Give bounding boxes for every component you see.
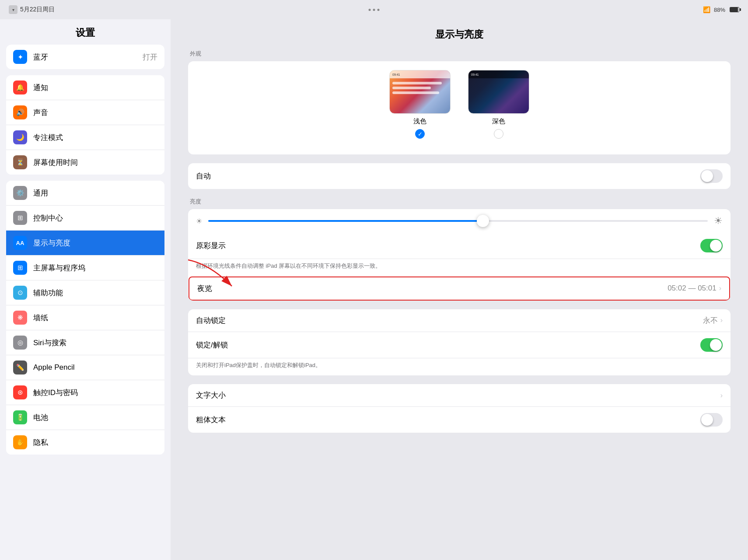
- auto-label: 自动: [196, 171, 700, 181]
- sidebar-item-touch-id[interactable]: ⊛ 触控ID与密码: [6, 380, 164, 405]
- brightness-slider-thumb: [477, 215, 489, 227]
- brightness-card: ☀ ☀ 原彩显示 根据环境光线条件自动调整 iPad 屏幕以在不同环境下保持色彩…: [188, 209, 731, 301]
- sidebar-item-siri[interactable]: ◎ Siri与搜索: [6, 330, 164, 355]
- sidebar-item-screen-time[interactable]: ⏳ 屏幕使用时间: [6, 150, 164, 175]
- sidebar-item-control-center[interactable]: ⊞ 控制中心: [6, 206, 164, 231]
- appearance-dark-radio[interactable]: [494, 129, 503, 139]
- sidebar-item-display[interactable]: AA 显示与亮度: [6, 231, 164, 256]
- window-control[interactable]: ▾: [9, 5, 17, 14]
- sidebar-item-notifications[interactable]: 🔔 通知: [6, 75, 164, 100]
- lock-unlock-sub: 关闭和打开iPad保护盖时，自动锁定和解锁iPad。: [188, 358, 731, 376]
- preview-line-2: [392, 87, 431, 89]
- auto-lock-value: 永不: [703, 315, 718, 326]
- lock-unlock-row: 锁定/解锁: [188, 332, 731, 358]
- sidebar-item-wallpaper[interactable]: ❋ 墙纸: [6, 305, 164, 330]
- battery-label: 电池: [33, 413, 48, 423]
- sidebar-item-privacy[interactable]: ✋ 隐私: [6, 430, 164, 455]
- general-label: 通用: [33, 188, 48, 198]
- auto-lock-row[interactable]: 自动锁定 永不 ›: [188, 309, 731, 332]
- brightness-slider-fill: [208, 220, 483, 222]
- brightness-high-icon: ☀: [714, 215, 723, 227]
- lock-unlock-toggle[interactable]: [700, 338, 723, 352]
- true-tone-knob: [710, 240, 722, 252]
- lock-card: 自动锁定 永不 › 锁定/解锁 关闭和打开iPad保护盖时，自动锁定和解锁iPa…: [188, 309, 731, 376]
- sidebar-section-1: ✦ 蓝牙 打开: [6, 45, 164, 69]
- night-shift-container: 夜览 05:02 — 05:01 › 1: [188, 276, 731, 301]
- brightness-low-icon: ☀: [196, 217, 202, 225]
- notifications-icon: 🔔: [13, 80, 27, 94]
- night-shift-chevron: ›: [719, 284, 721, 292]
- sidebar-item-apple-pencil[interactable]: ✏️ Apple Pencil: [6, 355, 164, 380]
- auto-toggle[interactable]: [700, 169, 723, 183]
- bluetooth-value: 打开: [143, 52, 157, 62]
- screen-time-label: 屏幕使用时间: [33, 158, 78, 168]
- sidebar-item-battery[interactable]: 🔋 电池: [6, 405, 164, 430]
- auto-row: 自动: [188, 163, 731, 189]
- true-tone-toggle[interactable]: [700, 239, 723, 252]
- sidebar-item-general[interactable]: ⚙️ 通用: [6, 181, 164, 206]
- bold-text-label: 粗体文本: [196, 415, 700, 425]
- date-label: 5月22日周日: [20, 6, 55, 14]
- lock-unlock-knob: [710, 339, 722, 351]
- preview-topbar-dark: 09:41: [468, 70, 529, 78]
- wallpaper-label: 墙纸: [33, 313, 48, 323]
- night-shift-row[interactable]: 夜览 05:02 — 05:01 ›: [189, 276, 730, 301]
- radio-check-light: ✓: [418, 131, 423, 137]
- dot1: [369, 9, 371, 11]
- appearance-preview-light: 09:41: [389, 70, 451, 114]
- siri-label: Siri与搜索: [33, 338, 66, 348]
- bold-text-toggle[interactable]: [700, 413, 723, 427]
- top-bar-left: ▾ 5月22日周日: [9, 5, 55, 14]
- text-card: 文字大小 › 粗体文本: [188, 384, 731, 433]
- general-icon: ⚙️: [13, 186, 27, 200]
- brightness-row: ☀ ☀: [188, 209, 731, 233]
- apple-pencil-label: Apple Pencil: [33, 363, 75, 372]
- sidebar-item-accessibility[interactable]: ⊙ 辅助功能: [6, 280, 164, 305]
- appearance-option-dark[interactable]: 09:41 深色: [468, 70, 529, 139]
- appearance-dark-label: 深色: [492, 117, 505, 126]
- auto-card: 自动: [188, 163, 731, 189]
- sidebar-section-3: ⚙️ 通用 ⊞ 控制中心 AA 显示与亮度 ⊞ 主屏幕与程序坞: [6, 181, 164, 455]
- night-shift-label: 夜览: [197, 284, 668, 294]
- preview-line-3: [392, 91, 439, 94]
- battery-menu-icon: 🔋: [13, 410, 27, 424]
- accessibility-label: 辅助功能: [33, 288, 63, 298]
- text-size-row[interactable]: 文字大小 ›: [188, 384, 731, 407]
- notifications-label: 通知: [33, 83, 48, 93]
- right-panel-inner: 显示与亮度 外观 09:41: [188, 28, 731, 433]
- sidebar-item-home-screen[interactable]: ⊞ 主屏幕与程序坞: [6, 256, 164, 280]
- true-tone-label: 原彩显示: [196, 241, 700, 251]
- main-content: 设置 ✦ 蓝牙 打开 🔔 通知 🔊 声音: [0, 19, 748, 560]
- touch-id-icon: ⊛: [13, 385, 27, 399]
- control-center-label: 控制中心: [33, 213, 63, 223]
- accessibility-icon: ⊙: [13, 286, 27, 300]
- appearance-option-light[interactable]: 09:41 浅色 ✓: [389, 70, 451, 139]
- control-center-icon: ⊞: [13, 211, 27, 225]
- sidebar-item-bluetooth[interactable]: ✦ 蓝牙 打开: [6, 45, 164, 69]
- appearance-preview-dark: 09:41: [468, 70, 529, 114]
- appearance-light-radio[interactable]: ✓: [415, 129, 425, 139]
- dot2: [373, 9, 375, 11]
- focus-label: 专注模式: [33, 133, 63, 143]
- auto-toggle-knob: [701, 170, 713, 182]
- appearance-options: 09:41 浅色 ✓: [197, 70, 722, 139]
- home-screen-label: 主屏幕与程序坞: [33, 263, 85, 273]
- sidebar-item-focus[interactable]: 🌙 专注模式: [6, 125, 164, 150]
- sidebar-item-sound[interactable]: 🔊 声音: [6, 100, 164, 125]
- sidebar: 设置 ✦ 蓝牙 打开 🔔 通知 🔊 声音: [0, 19, 171, 560]
- battery-percent: 88%: [714, 7, 725, 13]
- top-bar-right: 📶 88%: [703, 6, 739, 13]
- sidebar-section-2: 🔔 通知 🔊 声音 🌙 专注模式 ⏳ 屏幕使用时间: [6, 75, 164, 175]
- focus-icon: 🌙: [13, 130, 27, 144]
- bold-text-knob: [701, 414, 713, 426]
- appearance-light-label: 浅色: [413, 117, 426, 126]
- sidebar-title: 设置: [0, 19, 171, 45]
- panel-title: 显示与亮度: [188, 28, 731, 41]
- auto-lock-chevron: ›: [720, 316, 723, 324]
- screen-time-icon: ⏳: [13, 155, 27, 169]
- preview-line-1: [392, 82, 442, 84]
- touch-id-label: 触控ID与密码: [33, 388, 78, 398]
- brightness-slider-track[interactable]: [208, 220, 708, 222]
- auto-lock-label: 自动锁定: [196, 315, 703, 326]
- preview-topbar-light: 09:41: [390, 70, 450, 78]
